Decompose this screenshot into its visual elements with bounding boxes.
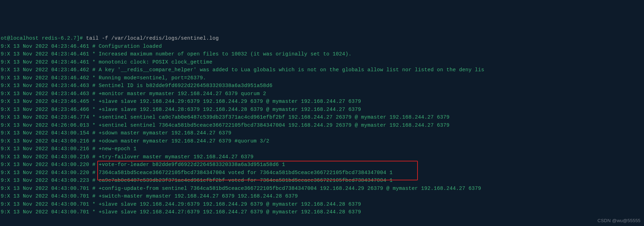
shell-prompt: ot@localhost redis-6.2.7]#: [1, 35, 86, 41]
log-line: 9:X 13 Nov 2022 04:26:06.013 * +sentinel…: [1, 121, 644, 129]
log-line: 9:X 13 Nov 2022 04:43:00.701 * +slave sl…: [1, 208, 644, 216]
shell-command: tail -f /var/local/redis/logs/sentinel.l…: [86, 35, 219, 41]
log-line: 9:X 13 Nov 2022 04:43:00.701 # +config-u…: [1, 185, 644, 193]
log-line: 9:X 13 Nov 2022 04:23:46.461 * monotonic…: [1, 58, 644, 66]
log-line: 9:X 13 Nov 2022 04:43:00.701 * +slave sl…: [1, 200, 644, 208]
log-line: 9:X 13 Nov 2022 04:23:46.462 * Running m…: [1, 74, 644, 82]
log-line: 9:X 13 Nov 2022 04:23:46.462 # A key '__…: [1, 66, 644, 74]
log-line-highlighted: 9:X 13 Nov 2022 04:43:00.701 # +switch-m…: [1, 192, 644, 200]
log-line: 9:X 13 Nov 2022 04:43:00.220 # 7364ca581…: [1, 169, 644, 177]
log-line: 9:X 13 Nov 2022 04:43:00.154 # +sdown ma…: [1, 129, 644, 137]
prompt-line: ot@localhost redis-6.2.7]# tail -f /var/…: [1, 34, 644, 42]
log-line: 9:X 13 Nov 2022 04:23:46.461 * Increased…: [1, 50, 644, 58]
log-line: 9:X 13 Nov 2022 04:23:46.465 * +slave sl…: [1, 98, 644, 106]
watermark: CSDN @wu@55555: [598, 217, 640, 225]
log-line: 9:X 13 Nov 2022 04:43:00.223 # ca9c7ab0e…: [1, 177, 644, 185]
log-line: 9:X 13 Nov 2022 04:43:00.216 # +try-fail…: [1, 153, 644, 161]
log-line: 9:X 13 Nov 2022 04:23:46.463 # +monitor …: [1, 90, 644, 98]
log-line: 9:X 13 Nov 2022 04:23:46.774 * +sentinel…: [1, 113, 644, 121]
log-line: 9:X 13 Nov 2022 04:23:46.463 # Sentinel …: [1, 82, 644, 90]
log-line: 9:X 13 Nov 2022 04:43:00.216 # +odown ma…: [1, 137, 644, 145]
log-line: 9:X 13 Nov 2022 04:43:00.220 # +vote-for…: [1, 161, 644, 169]
log-line: 9:X 13 Nov 2022 04:43:00.216 # +new-epoc…: [1, 145, 644, 153]
log-line: 9:X 13 Nov 2022 04:23:46.461 # Configura…: [1, 42, 644, 51]
log-line: 9:X 13 Nov 2022 04:23:46.466 * +slave sl…: [1, 106, 644, 114]
